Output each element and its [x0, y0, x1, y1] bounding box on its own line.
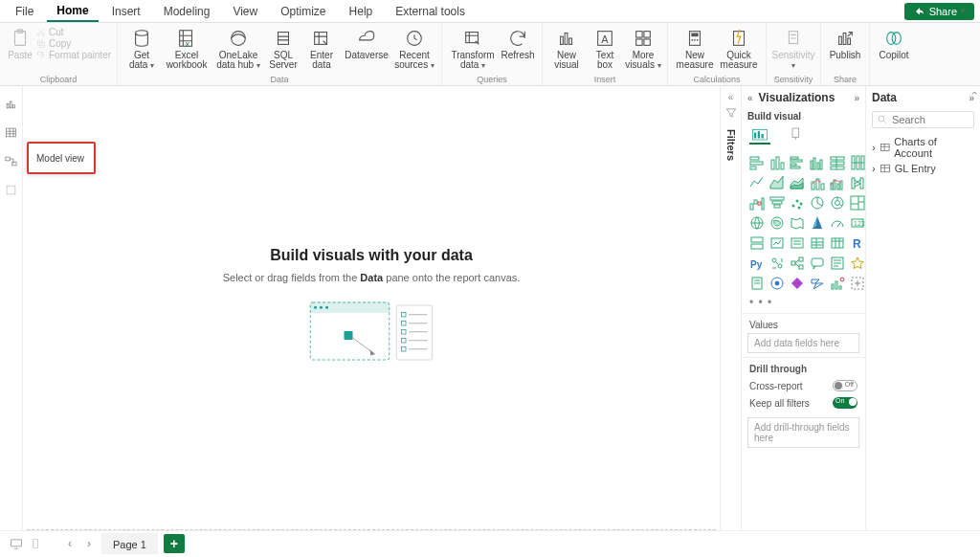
- menu-file[interactable]: File: [6, 2, 43, 21]
- viz-area[interactable]: [768, 174, 786, 191]
- viz-spark-bar[interactable]: [829, 275, 846, 292]
- viz-line-clustered-column[interactable]: [829, 174, 846, 191]
- viz-donut[interactable]: [829, 194, 846, 212]
- viz-goals[interactable]: [849, 255, 866, 272]
- menu-home[interactable]: Home: [47, 1, 98, 22]
- values-drop[interactable]: Add data fields here: [747, 333, 859, 353]
- viz-funnel[interactable]: [768, 194, 786, 212]
- viz-paginated[interactable]: [748, 275, 766, 292]
- next-page-icon[interactable]: ›: [82, 537, 96, 550]
- viz-azure-map[interactable]: [809, 214, 826, 232]
- new-visual-button[interactable]: New visual: [548, 25, 585, 72]
- search-box[interactable]: [872, 111, 974, 128]
- recent-sources-button[interactable]: Recent sources ▾: [393, 25, 435, 73]
- viz-line[interactable]: [748, 174, 766, 191]
- viz-stacked-area[interactable]: [789, 174, 806, 191]
- menu-external-tools[interactable]: External tools: [386, 2, 475, 21]
- viz-filled-map[interactable]: [768, 214, 786, 232]
- viz-treemap[interactable]: [849, 194, 866, 212]
- viz-arcgis[interactable]: [768, 275, 786, 292]
- sensitivity-button[interactable]: Sensitivity▾: [772, 25, 814, 73]
- menu-help[interactable]: Help: [340, 2, 383, 21]
- quick-measure-button[interactable]: Quick measure: [718, 25, 760, 72]
- viz-automate[interactable]: [809, 275, 826, 292]
- viz-scatter[interactable]: [789, 194, 806, 212]
- viz-card[interactable]: 123: [849, 214, 866, 232]
- viz-narrative[interactable]: [829, 255, 846, 272]
- menu-insert[interactable]: Insert: [102, 2, 150, 21]
- table-view-icon[interactable]: [4, 124, 19, 140]
- viz-qa[interactable]: [809, 255, 826, 272]
- expand-icon[interactable]: »: [854, 93, 859, 103]
- menu-view[interactable]: View: [223, 2, 267, 21]
- format-painter-button[interactable]: Format painter: [36, 50, 111, 60]
- build-tab-fields[interactable]: [749, 125, 770, 145]
- menu-optimize[interactable]: Optimize: [271, 2, 335, 21]
- collapse-icon[interactable]: «: [747, 93, 753, 103]
- viz-clustered-column[interactable]: [809, 154, 826, 171]
- model-view-icon[interactable]: [4, 153, 19, 168]
- viz-more[interactable]: • • •: [742, 296, 865, 309]
- build-tab-format[interactable]: [786, 125, 807, 145]
- sql-server-button[interactable]: SQL Server: [265, 25, 301, 72]
- new-measure-button[interactable]: New measure: [674, 25, 716, 72]
- text-box-button[interactable]: AText box: [587, 25, 623, 72]
- copilot-button[interactable]: Copilot: [876, 25, 912, 62]
- prev-page-icon[interactable]: ‹: [63, 537, 77, 550]
- viz-gauge[interactable]: [829, 214, 846, 232]
- cut-button[interactable]: Cut: [36, 27, 111, 37]
- drill-drop[interactable]: Add drill-through fields here: [747, 417, 859, 448]
- get-data-button[interactable]: Get data ▾: [123, 25, 160, 73]
- add-page-button[interactable]: +: [164, 534, 185, 553]
- menu-modeling[interactable]: Modeling: [154, 2, 220, 21]
- more-visuals-button[interactable]: More visuals ▾: [625, 25, 661, 73]
- report-canvas[interactable]: Build visuals with your data Select or d…: [23, 86, 720, 529]
- viz-waterfall[interactable]: [748, 194, 766, 212]
- dataverse-button[interactable]: Dataverse: [342, 25, 391, 62]
- viz-pie[interactable]: [809, 194, 826, 212]
- viz-decomposition[interactable]: [789, 255, 806, 272]
- onelake-button[interactable]: OneLake data hub ▾: [213, 25, 263, 73]
- share-button[interactable]: Share ▾: [904, 3, 974, 20]
- viz-powerapps[interactable]: [789, 275, 806, 292]
- publish-button[interactable]: Publish: [827, 25, 863, 62]
- refresh-button[interactable]: Refresh: [500, 25, 536, 62]
- enter-data-button[interactable]: Enter data: [303, 25, 340, 72]
- viz-map[interactable]: [748, 214, 766, 232]
- viz-100-bar[interactable]: [829, 154, 846, 171]
- ribbon-collapse-icon[interactable]: ⌃: [970, 90, 978, 100]
- excel-button[interactable]: XExcel workbook: [162, 25, 212, 72]
- viz-100-column[interactable]: [849, 154, 866, 171]
- viz-ribbon[interactable]: [849, 174, 866, 191]
- desktop-layout-icon[interactable]: [10, 537, 23, 550]
- viz-stacked-bar[interactable]: [748, 154, 766, 171]
- viz-stacked-column[interactable]: [768, 154, 786, 171]
- keep-filters-toggle[interactable]: On: [833, 397, 858, 409]
- search-input[interactable]: [892, 114, 969, 125]
- viz-python[interactable]: Py: [748, 255, 766, 272]
- mobile-layout-icon[interactable]: [29, 537, 42, 550]
- viz-r[interactable]: R: [849, 234, 866, 252]
- viz-table[interactable]: [809, 234, 826, 252]
- page-tab-1[interactable]: Page 1: [101, 533, 158, 554]
- svg-rect-16: [565, 33, 568, 45]
- table-charts-of-account[interactable]: › Charts of Account: [870, 134, 976, 161]
- paste-button[interactable]: Paste: [6, 25, 34, 62]
- copy-button[interactable]: Copy: [36, 38, 111, 49]
- viz-custom[interactable]: [849, 275, 866, 292]
- dax-view-icon[interactable]: [4, 182, 19, 197]
- viz-clustered-bar[interactable]: [789, 154, 806, 171]
- filters-pane-collapsed[interactable]: « Filters: [720, 86, 741, 530]
- cross-report-toggle[interactable]: Off: [833, 380, 858, 391]
- viz-multi-card[interactable]: [748, 234, 766, 252]
- expand-left-icon[interactable]: «: [728, 92, 734, 102]
- viz-slicer[interactable]: [789, 234, 806, 252]
- viz-line-stacked-column[interactable]: [809, 174, 826, 191]
- table-gl-entry[interactable]: › GL Entry: [870, 161, 976, 176]
- transform-data-button[interactable]: Transform data ▾: [448, 25, 498, 73]
- report-view-icon[interactable]: [4, 96, 19, 111]
- viz-shape-map[interactable]: [789, 214, 806, 232]
- viz-kpi[interactable]: [768, 234, 786, 252]
- viz-key-influencer[interactable]: [768, 255, 786, 272]
- viz-matrix[interactable]: [829, 234, 846, 252]
